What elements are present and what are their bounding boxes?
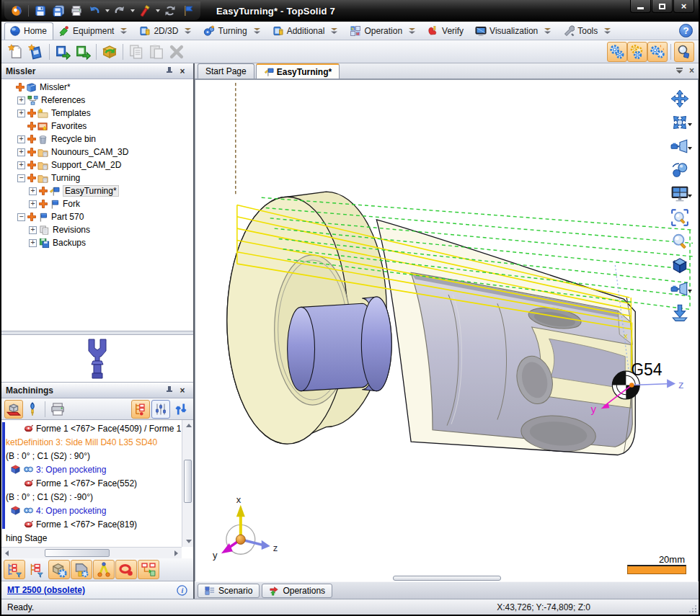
machining-row[interactable]: Forme 1 <767> Face(4509) / Forme 1 — [6, 421, 181, 435]
scroll-left-arrow[interactable] — [5, 550, 9, 556]
machining-mode-button[interactable] — [4, 400, 23, 419]
machining-gears-button[interactable] — [607, 42, 627, 62]
machining-row[interactable]: Forme 1 <767> Face(552) — [6, 476, 181, 490]
sketch-button[interactable] — [137, 3, 153, 19]
open-assembly-button[interactable] — [73, 42, 93, 62]
tree-expander[interactable]: + — [29, 226, 37, 234]
check-machining-button[interactable] — [115, 560, 137, 579]
update-button[interactable] — [162, 3, 178, 19]
dropdown-caret-icon[interactable] — [688, 123, 692, 126]
maximize-button[interactable] — [652, 0, 673, 13]
tree-item-templates[interactable]: +Templates — [1, 107, 193, 120]
pan-button[interactable] — [668, 89, 692, 109]
new-document-button[interactable] — [6, 42, 26, 62]
isometric-view-button[interactable] — [668, 255, 692, 275]
title-bar[interactable]: EasyTurning* - TopSolid 7 × — [1, 0, 699, 22]
sort-order-button[interactable] — [172, 400, 190, 419]
tab-2d-3d[interactable]: 2D/3D — [134, 22, 198, 40]
tree-item-fork[interactable]: +Fork — [1, 197, 193, 210]
filters-button[interactable] — [151, 400, 170, 419]
viewport-3d[interactable]: x y z G54 — [195, 79, 699, 581]
orbit-button[interactable] — [668, 160, 692, 180]
info-icon[interactable]: i — [177, 585, 187, 596]
tab-tools[interactable]: Tools — [558, 22, 618, 40]
scroll-up-arrow[interactable] — [186, 424, 192, 427]
machining-row[interactable]: ketDefinition 3: Side Mill D40 L35 SD40 — [6, 435, 181, 449]
tool-mode-button[interactable] — [23, 400, 42, 419]
tree-expander[interactable]: + — [17, 161, 25, 169]
machining-row[interactable]: (B : 0° ; C1 (S2) : -90°) — [6, 490, 181, 504]
print-button[interactable] — [68, 3, 84, 19]
delete-button[interactable] — [167, 42, 187, 62]
topsolid-menu-button[interactable] — [9, 3, 25, 19]
print-program-button[interactable] — [48, 400, 67, 419]
resize-grip[interactable] — [689, 605, 696, 612]
document-tab-easyturning-[interactable]: EasyTurning* — [256, 63, 340, 79]
machining-gears-all-button[interactable] — [627, 42, 647, 62]
tab-equipment[interactable]: Equipment — [53, 22, 134, 40]
close-document-icon[interactable]: × — [689, 66, 694, 76]
scroll-thumb[interactable] — [184, 460, 192, 503]
check-process-button[interactable] — [138, 560, 159, 579]
viewport-splitter-grip[interactable] — [393, 576, 501, 581]
machining-row[interactable]: (B : 0° ; C1 (S2) : 90°) — [6, 449, 181, 463]
tab-additional[interactable]: Additional — [267, 22, 345, 40]
machining-row[interactable]: 4: Open pocketing — [6, 504, 181, 517]
tree-expander[interactable]: − — [17, 174, 25, 182]
tab-turning[interactable]: Turning — [198, 22, 267, 40]
pin-panel-button[interactable] — [163, 385, 176, 396]
tree-item-support-cam-2d[interactable]: +Support_CAM_2D — [1, 159, 193, 171]
tree-view-button[interactable] — [131, 400, 150, 419]
machine-link[interactable]: MT 2500 (obsolete) — [7, 585, 85, 595]
tree-item-recycle-bin[interactable]: +Recycle bin — [1, 133, 193, 146]
analyze-part-button[interactable] — [674, 42, 694, 62]
tree-item-part-570[interactable]: −Part 570 — [1, 210, 193, 223]
vertical-scrollbar[interactable] — [182, 420, 193, 547]
scroll-thumb[interactable] — [45, 549, 110, 557]
machining-row[interactable]: 3: Open pocketing — [6, 463, 181, 476]
tree-expander[interactable]: + — [17, 135, 25, 143]
tree-expander[interactable]: + — [17, 110, 25, 117]
tree-expander[interactable]: + — [17, 97, 25, 104]
check-tools-button[interactable] — [71, 560, 92, 579]
save-button[interactable] — [32, 3, 48, 19]
tree-expander[interactable]: + — [29, 187, 37, 195]
document-tab-start-page[interactable]: Start Page — [198, 63, 254, 79]
new-assembly-button[interactable] — [26, 42, 46, 62]
machining-gears-update-button[interactable] — [647, 42, 668, 62]
pin-panel-button[interactable] — [163, 66, 176, 77]
tab-operations[interactable]: Operations — [262, 584, 332, 598]
tree-item-easyturning-[interactable]: +EasyTurning* — [1, 184, 193, 197]
open-document-button[interactable] — [53, 42, 73, 62]
tab-visualization[interactable]: Visualization — [470, 22, 558, 40]
paste-button[interactable] — [146, 42, 167, 62]
tree-item-references[interactable]: +References — [1, 94, 193, 107]
tree-item-backups[interactable]: +Backups — [1, 236, 193, 249]
tree-expander[interactable]: + — [29, 200, 37, 208]
viewports-button[interactable] — [668, 184, 692, 204]
scroll-down-arrow[interactable] — [186, 540, 192, 543]
tab-list-chevron-icon[interactable] — [675, 68, 683, 74]
redo-button[interactable] — [112, 3, 128, 19]
rotate-button[interactable] — [668, 112, 692, 133]
zoom-button[interactable] — [668, 231, 692, 251]
zoom-fit-button[interactable] — [668, 207, 692, 228]
tree-expander[interactable]: − — [17, 213, 25, 221]
tree-item-favorites[interactable]: Favorites — [1, 120, 193, 133]
tree-item-missler-[interactable]: Missler* — [1, 81, 193, 94]
tab-scenario[interactable]: Scenario — [198, 584, 260, 598]
machining-row[interactable]: Forme 1 <767> Face(819) — [6, 517, 181, 531]
view-direction-2-button[interactable] — [668, 279, 692, 299]
tree-filter-machinings-button[interactable] — [4, 560, 25, 579]
stock-view-button[interactable] — [668, 303, 692, 323]
update-package-button[interactable] — [99, 42, 120, 62]
check-in-button[interactable] — [180, 3, 196, 19]
help-button[interactable]: ? — [679, 24, 693, 37]
scroll-right-arrow[interactable] — [174, 550, 178, 556]
horizontal-scrollbar[interactable] — [1, 547, 182, 558]
dropdown-caret-icon[interactable] — [688, 290, 692, 293]
view-direction-button[interactable] — [668, 136, 692, 156]
tree-item-nounours-cam-3d[interactable]: +Nounours_CAM_3D — [1, 146, 193, 159]
tree-item-turning[interactable]: −Turning — [1, 171, 193, 184]
minimize-button[interactable] — [630, 0, 651, 13]
